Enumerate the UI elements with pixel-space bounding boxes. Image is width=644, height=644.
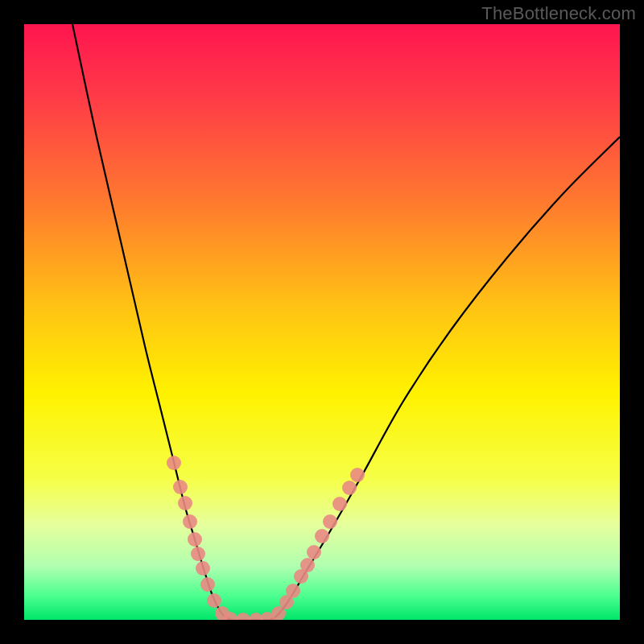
chart-frame: TheBottleneck.com — [0, 0, 644, 644]
data-marker — [307, 545, 321, 559]
data-marker — [207, 593, 221, 608]
plot-area — [24, 24, 620, 620]
data-marker — [323, 514, 337, 529]
data-marker — [167, 456, 181, 470]
data-marker — [200, 577, 215, 592]
data-marker — [191, 547, 205, 561]
watermark-text: TheBottleneck.com — [481, 3, 636, 24]
data-marker — [342, 481, 357, 495]
data-marker — [286, 584, 300, 598]
data-marker — [183, 514, 197, 529]
data-marker — [188, 532, 202, 547]
data-marker — [300, 558, 315, 572]
data-marker — [332, 497, 347, 511]
chart-svg — [24, 24, 620, 620]
data-marker — [173, 480, 188, 494]
data-marker — [350, 468, 365, 482]
data-marker — [178, 496, 192, 510]
data-marker — [196, 561, 210, 576]
data-marker — [315, 529, 329, 543]
